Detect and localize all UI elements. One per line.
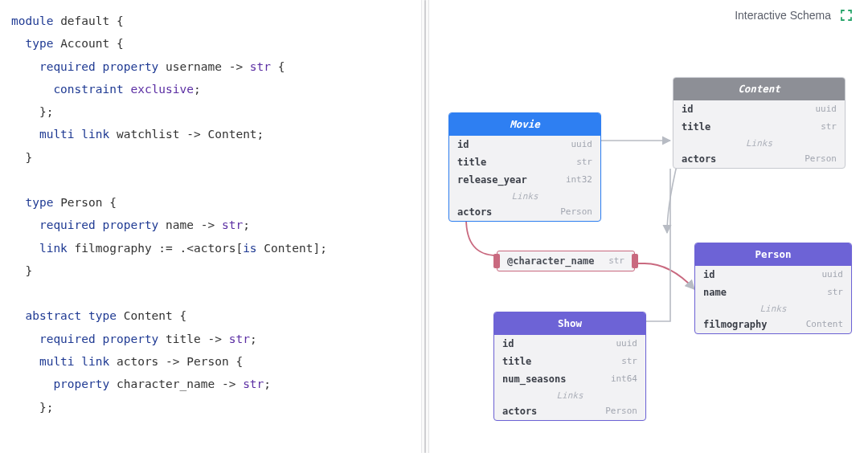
schema-prop-row: iduuid xyxy=(449,136,600,153)
linkprop-handle-right xyxy=(632,254,638,268)
schema-code-editor[interactable]: module default { type Account { required… xyxy=(0,0,421,453)
schema-link-property[interactable]: @character_name str xyxy=(497,251,635,271)
canvas-header: Interactive Schema xyxy=(735,8,854,22)
code-token: exclusive xyxy=(130,83,194,96)
code-token: Content xyxy=(124,309,173,322)
linkprop-name: @character_name xyxy=(507,255,594,267)
schema-prop-row: iduuid xyxy=(695,266,851,284)
schema-links-label: Links xyxy=(695,301,851,316)
code-token: ; xyxy=(257,128,264,141)
code-token: watchlist xyxy=(117,128,180,141)
code-token: default xyxy=(60,14,109,27)
code-token: multi xyxy=(39,355,75,368)
schema-node-content[interactable]: Content iduuid titlestr Links actorsPers… xyxy=(673,77,845,169)
code-token: type xyxy=(25,37,53,50)
linkprop-handle-left xyxy=(493,254,500,268)
expand-icon[interactable] xyxy=(839,8,854,22)
code-token: link xyxy=(81,128,109,141)
code-token: title xyxy=(166,333,201,345)
code-token: str xyxy=(250,60,271,73)
schema-node-title: Show xyxy=(494,312,645,335)
code-token: } xyxy=(25,151,32,164)
schema-prop-row: titlestr xyxy=(449,153,600,171)
code-token: := xyxy=(158,242,172,255)
schema-prop-row: release_yearint32 xyxy=(449,171,600,189)
code-token: str xyxy=(243,378,264,390)
code-token: property xyxy=(103,333,159,345)
code-token: { xyxy=(103,196,117,209)
schema-prop-row: titlestr xyxy=(674,118,845,136)
code-token: -> xyxy=(207,333,221,345)
code-token: }; xyxy=(39,401,53,414)
code-token: link xyxy=(81,355,109,368)
code-token: ; xyxy=(250,333,257,345)
schema-prop-row: titlestr xyxy=(494,353,645,370)
code-token: }; xyxy=(39,105,53,118)
code-token: Person xyxy=(60,196,102,209)
code-token: property xyxy=(53,378,109,390)
code-token: username xyxy=(166,60,222,73)
code-token: required xyxy=(39,333,96,345)
code-token: ; xyxy=(264,378,271,390)
code-token: Content xyxy=(207,128,256,141)
code-token: { xyxy=(271,60,285,73)
pane-divider[interactable] xyxy=(421,0,429,453)
code-token: -> xyxy=(222,378,235,390)
schema-links-label: Links xyxy=(494,388,645,402)
schema-prop-row: num_seasonsint64 xyxy=(494,370,645,388)
code-token: Person xyxy=(186,355,228,368)
code-token: str xyxy=(222,218,243,231)
code-token: character_name xyxy=(117,378,215,390)
code-token: multi xyxy=(39,128,75,141)
code-token: abstract xyxy=(25,309,81,322)
code-token: .<actors[ xyxy=(180,242,244,255)
code-token: -> xyxy=(201,218,215,231)
schema-node-title: Movie xyxy=(449,113,600,136)
code-token: is xyxy=(243,242,256,255)
schema-links-label: Links xyxy=(449,189,600,203)
code-token: { xyxy=(109,14,123,27)
code-token: { xyxy=(229,355,243,368)
code-token: } xyxy=(25,264,32,277)
code-token: link xyxy=(39,242,68,255)
code-token: Account xyxy=(60,37,109,50)
code-token: required xyxy=(39,60,96,73)
code-token: type xyxy=(25,196,53,209)
schema-links-label: Links xyxy=(674,136,845,150)
schema-node-movie[interactable]: Movie iduuid titlestr release_yearint32 … xyxy=(448,112,601,222)
schema-node-show[interactable]: Show iduuid titlestr num_seasonsint64 Li… xyxy=(493,312,646,421)
code-token: property xyxy=(103,218,159,231)
code-token: constraint xyxy=(53,83,123,96)
code-token: actors xyxy=(117,355,158,368)
schema-node-title: Person xyxy=(695,243,851,266)
code-token: module xyxy=(11,14,53,27)
schema-canvas[interactable]: Interactive Schema Movie iduuid titlestr… xyxy=(429,0,868,453)
schema-link-row: actorsPerson xyxy=(494,402,645,420)
code-token: { xyxy=(173,309,186,322)
code-token: type xyxy=(88,309,117,322)
code-token: filmography xyxy=(75,242,152,255)
schema-prop-row: iduuid xyxy=(674,100,845,118)
code-token: property xyxy=(103,60,159,73)
schema-prop-row: iduuid xyxy=(494,335,645,353)
schema-node-person[interactable]: Person iduuid namestr Links filmographyC… xyxy=(694,243,852,334)
code-token: required xyxy=(39,218,96,231)
code-token: ; xyxy=(243,218,250,231)
code-token: { xyxy=(109,37,123,50)
schema-link-row: actorsPerson xyxy=(674,150,845,168)
linkprop-type: str xyxy=(608,255,624,267)
schema-prop-row: namestr xyxy=(695,284,851,301)
schema-link-row: filmographyContent xyxy=(695,316,851,333)
code-token: ; xyxy=(194,83,201,96)
code-token: -> xyxy=(229,60,243,73)
canvas-title: Interactive Schema xyxy=(735,9,831,22)
code-token: str xyxy=(229,333,250,345)
code-token: name xyxy=(166,218,194,231)
schema-node-title: Content xyxy=(674,78,845,100)
code-token: -> xyxy=(186,128,200,141)
code-token: -> xyxy=(166,355,179,368)
schema-link-row: actorsPerson xyxy=(449,203,600,221)
code-token: Content]; xyxy=(257,242,327,255)
